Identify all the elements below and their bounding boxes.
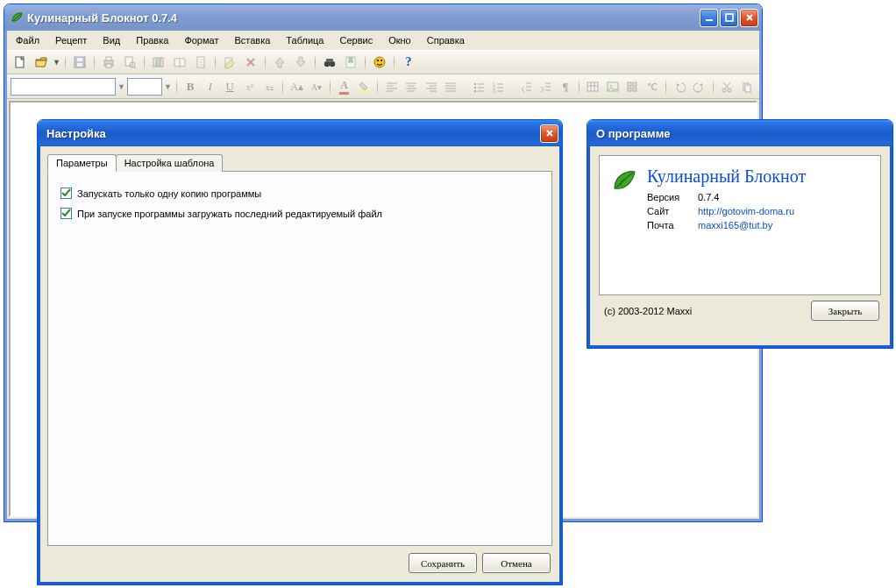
subscript-icon[interactable]: x₂ [260, 77, 279, 96]
help-icon[interactable]: ? [399, 53, 418, 72]
new-file-icon[interactable] [11, 53, 30, 72]
about-leaf-icon [610, 166, 638, 284]
settings-title: Настройка [43, 127, 540, 140]
superscript-icon[interactable]: x² [240, 77, 259, 96]
settings-titlebar[interactable]: Настройка [38, 120, 562, 146]
font-color-icon[interactable]: A [335, 77, 353, 96]
about-mail-link[interactable]: maxxi165@tut.by [698, 220, 772, 230]
settings-tabstrip: Параметры Настройка шаблона [47, 154, 552, 172]
tab-parameters[interactable]: Параметры [47, 154, 117, 172]
checkbox-single-instance[interactable] [60, 188, 72, 199]
align-justify-icon[interactable] [442, 77, 460, 96]
font-combo[interactable] [127, 78, 162, 96]
svg-point-25 [374, 57, 385, 67]
svg-rect-7 [106, 57, 111, 60]
tab-template[interactable]: Настройка шаблона [116, 154, 224, 172]
bold-icon[interactable]: B [181, 77, 200, 96]
binoculars-icon[interactable] [320, 53, 339, 72]
about-close-button[interactable]: Закрыть [811, 301, 879, 321]
save-icon[interactable] [70, 53, 89, 72]
menu-file[interactable]: Файл [9, 32, 46, 48]
library-icon[interactable] [149, 53, 168, 72]
open-file-icon[interactable] [32, 53, 51, 72]
print-icon[interactable] [99, 53, 118, 72]
svg-rect-76 [745, 85, 750, 92]
style-combo[interactable] [11, 78, 116, 96]
document-icon[interactable] [191, 53, 210, 72]
menu-help[interactable]: Справка [420, 32, 472, 48]
main-titlebar[interactable]: Кулинарный Блокнот 0.7.4 [4, 4, 762, 31]
menu-insert[interactable]: Вставка [227, 32, 277, 48]
insert-table-icon[interactable] [584, 77, 602, 96]
main-title: Кулинарный Блокнот 0.7.4 [27, 11, 700, 25]
menu-recipe[interactable]: Рецепт [48, 32, 94, 48]
arrow-up-icon[interactable] [270, 53, 289, 72]
menu-window[interactable]: Окно [381, 32, 418, 48]
about-card: Кулинарный Блокнот Версия 0.7.4 Сайт htt… [599, 155, 881, 295]
bookmark-toolbar-icon[interactable] [341, 53, 360, 72]
redo-icon[interactable] [691, 77, 709, 96]
about-mail-label: Почта [647, 220, 689, 230]
settings-save-button[interactable]: Сохранить [409, 553, 477, 573]
edit-pencil-icon[interactable] [220, 53, 239, 72]
minimize-button[interactable] [700, 9, 718, 27]
italic-icon[interactable]: I [201, 77, 219, 96]
main-close-button[interactable] [740, 9, 758, 27]
about-version-label: Версия [647, 192, 689, 202]
about-site-link[interactable]: http://gotovim-doma.ru [698, 206, 794, 216]
svg-rect-71 [628, 88, 631, 91]
highlight-icon[interactable] [355, 77, 373, 96]
arrow-down-icon[interactable] [291, 53, 310, 72]
align-center-icon[interactable] [402, 77, 421, 96]
svg-rect-23 [326, 59, 333, 62]
standard-toolbar: ▼ [7, 50, 759, 74]
svg-rect-4 [77, 63, 82, 67]
book-open-icon[interactable] [170, 53, 189, 72]
settings-close-icon[interactable] [540, 124, 558, 143]
outdent-icon[interactable] [516, 77, 535, 96]
svg-rect-70 [633, 82, 636, 86]
svg-text:3: 3 [493, 89, 495, 93]
settings-cancel-button[interactable]: Отмена [482, 553, 551, 573]
svg-rect-13 [157, 58, 160, 67]
option-single-instance-label: Запускать только одну копию программы [77, 188, 261, 199]
align-left-icon[interactable] [382, 77, 401, 96]
indent-icon[interactable] [537, 77, 555, 96]
insert-image-icon[interactable] [604, 77, 622, 96]
bullet-list-icon[interactable] [469, 77, 487, 96]
about-site-label: Сайт [647, 206, 689, 216]
temperature-icon[interactable]: ℃ [644, 77, 662, 96]
print-preview-icon[interactable] [120, 53, 139, 72]
cut-icon[interactable] [718, 77, 736, 96]
menu-format[interactable]: Формат [177, 32, 225, 48]
menu-view[interactable]: Вид [96, 32, 127, 48]
smiley-icon[interactable] [370, 53, 389, 72]
svg-rect-12 [153, 58, 156, 67]
option-load-last-label: При запуске программы загружать последни… [77, 209, 382, 219]
undo-icon[interactable] [671, 77, 689, 96]
menu-edit[interactable]: Правка [129, 32, 175, 48]
menu-service[interactable]: Сервис [333, 32, 380, 48]
svg-rect-8 [106, 64, 111, 67]
svg-rect-63 [587, 82, 598, 91]
underline-icon[interactable]: U [221, 77, 239, 96]
font-shrink-icon[interactable]: A▾ [308, 77, 326, 96]
option-load-last-row: При запуске программы загружать последни… [60, 208, 539, 219]
svg-point-68 [609, 85, 612, 88]
svg-rect-72 [633, 88, 636, 91]
checkbox-load-last[interactable] [60, 208, 72, 219]
about-copyright: (c) 2003-2012 Maxxi [604, 306, 692, 316]
about-dialog: О программе Кулинарный Блокнот Версия 0.… [587, 119, 893, 349]
about-titlebar[interactable]: О программе [587, 120, 892, 146]
number-list-icon[interactable]: 123 [489, 77, 508, 96]
insert-grid-icon[interactable] [623, 77, 642, 96]
delete-icon[interactable] [241, 53, 260, 72]
font-grow-icon[interactable]: A▴ [288, 77, 306, 96]
menu-bar: Файл Рецепт Вид Правка Формат Вставка Та… [7, 31, 759, 50]
maximize-button[interactable] [720, 9, 738, 27]
menu-table[interactable]: Таблица [279, 32, 331, 48]
svg-rect-1 [726, 14, 733, 21]
paragraph-icon[interactable]: ¶ [557, 77, 575, 96]
copy-icon[interactable] [738, 77, 757, 96]
align-right-icon[interactable] [422, 77, 440, 96]
